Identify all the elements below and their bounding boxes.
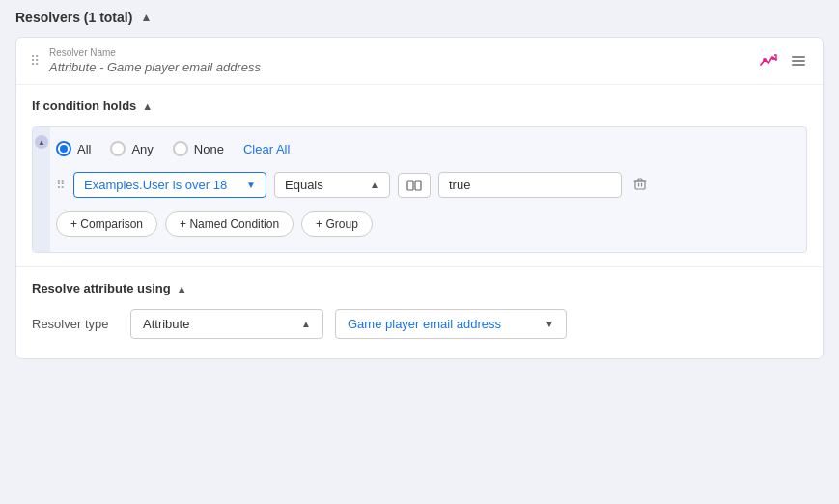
resolver-type-arrow-icon: ▲ (301, 319, 311, 329)
resolve-attribute-collapse-icon[interactable]: ▲ (177, 283, 187, 294)
resolve-attribute-title: Resolve attribute using (32, 281, 171, 295)
svg-rect-1 (792, 56, 805, 58)
value-type-button[interactable] (398, 173, 431, 198)
resolver-type-value: Attribute (143, 317, 189, 331)
resolver-type-label: Resolver type (32, 317, 119, 331)
add-buttons-group: + Comparison + Named Condition + Group (56, 211, 793, 237)
condition-value-text: Examples.User is over 18 (84, 178, 227, 192)
value-type-icon (406, 179, 422, 192)
clear-all-button[interactable]: Clear All (243, 142, 290, 156)
condition-block: ▲ All Any (32, 126, 807, 253)
if-condition-title: If condition holds (32, 98, 136, 113)
resolver-type-row: Resolver type Attribute ▲ Game player em… (32, 309, 807, 339)
resolvers-collapse-icon[interactable]: ▲ (140, 11, 152, 24)
attribute-value-select[interactable]: Game player email address ▼ (335, 309, 567, 339)
radio-option-any[interactable]: Any (110, 141, 153, 156)
delete-icon (633, 177, 647, 190)
section-header-resolve: Resolve attribute using ▲ (32, 281, 807, 295)
graph-icon-button[interactable] (757, 51, 780, 70)
add-comparison-button[interactable]: + Comparison (56, 211, 157, 237)
svg-rect-6 (635, 181, 645, 189)
svg-rect-4 (407, 181, 413, 190)
condition-drag-icon[interactable]: ⠿ (56, 178, 66, 192)
radio-circle-any (110, 141, 126, 156)
if-condition-section: If condition holds ▲ ▲ All (16, 85, 823, 267)
add-group-button[interactable]: + Group (301, 211, 373, 237)
condition-value-input[interactable] (438, 172, 622, 198)
resolver-name-label: Resolver Name (49, 47, 747, 58)
radio-circle-none (173, 141, 188, 156)
operator-arrow-icon: ▲ (370, 180, 379, 190)
resolve-attribute-section: Resolve attribute using ▲ Resolver type … (16, 267, 823, 358)
graph-icon (759, 53, 778, 69)
condition-content: All Any None Clear All (56, 141, 793, 237)
menu-icon (790, 54, 807, 68)
condition-left-bar: ▲ (33, 127, 50, 252)
add-named-condition-button[interactable]: + Named Condition (165, 211, 294, 237)
resolver-actions (757, 51, 809, 70)
resolvers-title: Resolvers (1 total) (15, 10, 132, 25)
menu-icon-button[interactable] (788, 52, 809, 70)
operator-select[interactable]: Equals ▲ (274, 172, 390, 198)
condition-row: ⠿ Examples.User is over 18 ▼ Equals ▲ (56, 172, 793, 198)
svg-rect-3 (792, 64, 805, 66)
attribute-value-text: Game player email address (348, 317, 501, 331)
resolver-name-row: ⠿ Resolver Name Attribute - Game player … (16, 38, 823, 85)
radio-circle-all (56, 141, 71, 156)
radio-option-all[interactable]: All (56, 141, 91, 156)
condition-left-collapse[interactable]: ▲ (35, 135, 48, 149)
resolver-type-select[interactable]: Attribute ▲ (130, 309, 323, 339)
svg-rect-5 (415, 181, 421, 190)
condition-value-select[interactable]: Examples.User is over 18 ▼ (73, 172, 266, 198)
radio-label-any: Any (131, 142, 153, 156)
operator-text: Equals (285, 178, 323, 192)
section-header-if-condition: If condition holds ▲ (32, 98, 807, 113)
resolver-name-value: Attribute - Game player email address (49, 60, 747, 74)
svg-rect-2 (792, 60, 805, 62)
svg-point-0 (763, 58, 767, 62)
attribute-value-arrow-icon: ▼ (545, 319, 554, 329)
radio-option-none[interactable]: None (173, 141, 224, 156)
if-condition-collapse-icon[interactable]: ▲ (142, 100, 153, 112)
radio-label-none: None (194, 142, 224, 156)
radio-label-all: All (77, 142, 91, 156)
condition-value-arrow-icon: ▼ (246, 180, 256, 190)
resolvers-header: Resolvers (1 total) ▲ (15, 10, 824, 25)
resolver-card: ⠿ Resolver Name Attribute - Game player … (15, 37, 824, 359)
drag-handle-icon[interactable]: ⠿ (30, 53, 40, 69)
condition-radio-group: All Any None Clear All (56, 141, 793, 156)
resolver-name-field: Resolver Name Attribute - Game player em… (49, 47, 747, 74)
condition-delete-button[interactable] (629, 175, 651, 195)
